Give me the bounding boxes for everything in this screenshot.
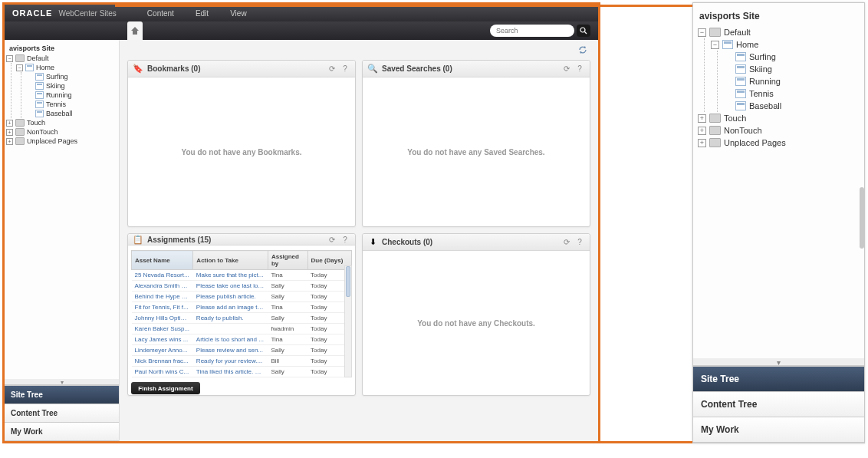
cell-action[interactable]: Ready to publish. — [193, 313, 268, 324]
callout-line — [115, 5, 692, 7]
cell-action[interactable]: Please add an image to... — [193, 302, 268, 313]
panel-refresh-button[interactable]: ⟳ — [327, 234, 337, 245]
zoom-node-folder[interactable]: +Touch — [698, 112, 860, 124]
menu-view[interactable]: View — [230, 9, 247, 18]
cell-asset-name[interactable]: Nick Brennan frac... — [132, 356, 193, 367]
cell-asset-name[interactable]: Lindemeyer Anno... — [132, 345, 193, 356]
table-row[interactable]: Nick Brennan frac...Ready for your revie… — [132, 356, 352, 367]
cell-action[interactable]: Please take one last loo... — [193, 281, 268, 292]
table-row[interactable]: Alexandra Smith E...Please take one last… — [132, 281, 352, 292]
saved-search-icon: 🔍 — [367, 64, 378, 74]
zoom-node-page[interactable]: Skiing — [724, 63, 860, 75]
zoom-node-page[interactable]: Tennis — [724, 87, 860, 100]
expand-icon[interactable]: + — [698, 127, 706, 135]
col-asset-name[interactable]: Asset Name — [132, 251, 193, 270]
tree-node-page[interactable]: Surfing — [26, 72, 117, 81]
page-icon — [735, 77, 746, 86]
zoom-node-page[interactable]: Baseball — [724, 100, 860, 112]
home-tab[interactable] — [127, 21, 143, 40]
collapse-icon[interactable]: − — [16, 64, 23, 71]
table-row[interactable]: Lindemeyer Anno...Please review and sen.… — [132, 345, 352, 356]
cell-action[interactable]: Ready for your review.... — [193, 356, 268, 367]
zoom-node-folder[interactable]: +Unplaced Pages — [698, 137, 860, 149]
zoom-node-page[interactable]: Running — [724, 75, 860, 87]
expand-icon[interactable]: + — [698, 114, 706, 123]
search-input[interactable] — [490, 25, 574, 37]
col-action[interactable]: Action to Take — [193, 251, 268, 270]
cell-asset-name[interactable]: Behind the Hype o... — [132, 292, 193, 302]
cell-asset-name[interactable]: Alexandra Smith E... — [132, 281, 193, 292]
expand-icon[interactable]: + — [698, 139, 706, 147]
tree-node-page[interactable]: Running — [26, 91, 117, 100]
callout-line — [5, 441, 692, 443]
table-row[interactable]: Johnny Hills Optimi...Ready to publish.S… — [132, 313, 352, 324]
sidebar-tab-my-work[interactable]: My Work — [5, 423, 119, 441]
tree-node-page[interactable]: Tennis — [26, 100, 117, 109]
tree-node-folder[interactable]: +Touch — [6, 118, 117, 127]
tree-node-page[interactable]: Baseball — [26, 109, 117, 118]
collapse-icon[interactable]: − — [6, 55, 13, 62]
collapse-icon[interactable]: − — [711, 41, 719, 49]
expand-icon[interactable]: + — [6, 129, 13, 136]
search-button[interactable] — [577, 25, 590, 37]
table-row[interactable]: Paul North wins C...Tina liked this arti… — [132, 367, 352, 377]
zoom-collapse-handle[interactable]: ▾ — [693, 358, 864, 366]
panel-help-button[interactable]: ? — [574, 237, 585, 248]
table-row[interactable]: Karen Baker Susp...fwadminToday — [132, 324, 352, 334]
zoom-scrollbar[interactable] — [860, 187, 864, 249]
cell-action[interactable]: Make sure that the pict... — [193, 270, 268, 281]
cell-action[interactable]: Please publish article. — [193, 292, 268, 302]
cell-action[interactable]: Please review and sen... — [193, 345, 268, 356]
bookmarks-empty-text: You do not have any Bookmarks. — [181, 148, 301, 157]
search-icon — [580, 27, 587, 35]
dashboard-refresh-button[interactable] — [577, 44, 589, 55]
cell-assigned-by: Sally — [268, 367, 307, 377]
cell-action[interactable] — [193, 324, 268, 334]
cell-asset-name[interactable]: Johnny Hills Optimi... — [132, 313, 193, 324]
panel-help-button[interactable]: ? — [340, 234, 350, 245]
expand-icon[interactable]: + — [6, 120, 13, 127]
cell-action[interactable]: Tina liked this article. Pl... — [193, 367, 268, 377]
panel-help-button[interactable]: ? — [340, 64, 350, 74]
tree-node-default[interactable]: −Default — [6, 54, 117, 63]
menu-content[interactable]: Content — [147, 9, 174, 18]
table-row[interactable]: Lacy James wins ...Article is too short … — [132, 334, 352, 345]
table-row[interactable]: 25 Nevada Resort...Make sure that the pi… — [132, 270, 352, 281]
expand-icon[interactable]: + — [6, 138, 13, 145]
product-name: WebCenter Sites — [58, 9, 116, 18]
tree-node-folder[interactable]: +Unplaced Pages — [6, 137, 117, 146]
panel-refresh-button[interactable]: ⟳ — [561, 64, 572, 74]
cell-asset-name[interactable]: Paul North wins C... — [132, 367, 193, 377]
panel-refresh-button[interactable]: ⟳ — [561, 237, 572, 248]
panel-refresh-button[interactable]: ⟳ — [327, 64, 337, 74]
col-assigned-by[interactable]: Assigned by — [268, 251, 307, 270]
collapse-icon[interactable]: − — [698, 28, 706, 37]
cell-asset-name[interactable]: Karen Baker Susp... — [132, 324, 193, 334]
zoom-tab-my-work[interactable]: My Work — [693, 417, 864, 443]
cell-asset-name[interactable]: Fit for Tennis, Fit f... — [132, 302, 193, 313]
cell-action[interactable]: Article is too short and ... — [193, 334, 268, 345]
zoom-tab-content-tree[interactable]: Content Tree — [693, 392, 864, 417]
tree-node-home[interactable]: −Home — [16, 63, 117, 72]
finish-assignment-button[interactable]: Finish Assignment — [131, 382, 200, 394]
cell-assigned-by: Sally — [268, 345, 307, 356]
zoom-node-folder[interactable]: +NonTouch — [698, 124, 860, 137]
zoom-site-tree: avisports Site −Default −Home SurfingSki… — [693, 3, 864, 358]
scrollbar-thumb[interactable] — [346, 266, 350, 297]
zoom-tab-site-tree[interactable]: Site Tree — [693, 367, 864, 392]
panel-help-button[interactable]: ? — [574, 64, 585, 74]
zoom-node-default[interactable]: −Default — [698, 26, 860, 38]
cell-asset-name[interactable]: Lacy James wins ... — [132, 334, 193, 345]
zoom-node-page[interactable]: Surfing — [724, 51, 860, 63]
sidebar-collapse-handle[interactable]: ▾ — [5, 379, 119, 385]
table-row[interactable]: Fit for Tennis, Fit f...Please add an im… — [132, 302, 352, 313]
zoom-node-home[interactable]: −Home — [711, 38, 860, 51]
cell-asset-name[interactable]: 25 Nevada Resort... — [132, 270, 193, 281]
table-scrollbar[interactable] — [344, 265, 352, 377]
menu-edit[interactable]: Edit — [196, 9, 209, 18]
tree-node-page[interactable]: Skiing — [26, 81, 117, 91]
sidebar-tab-content-tree[interactable]: Content Tree — [5, 404, 119, 423]
tree-node-folder[interactable]: +NonTouch — [6, 127, 117, 137]
sidebar-tab-site-tree[interactable]: Site Tree — [5, 386, 119, 404]
table-row[interactable]: Behind the Hype o...Please publish artic… — [132, 292, 352, 302]
